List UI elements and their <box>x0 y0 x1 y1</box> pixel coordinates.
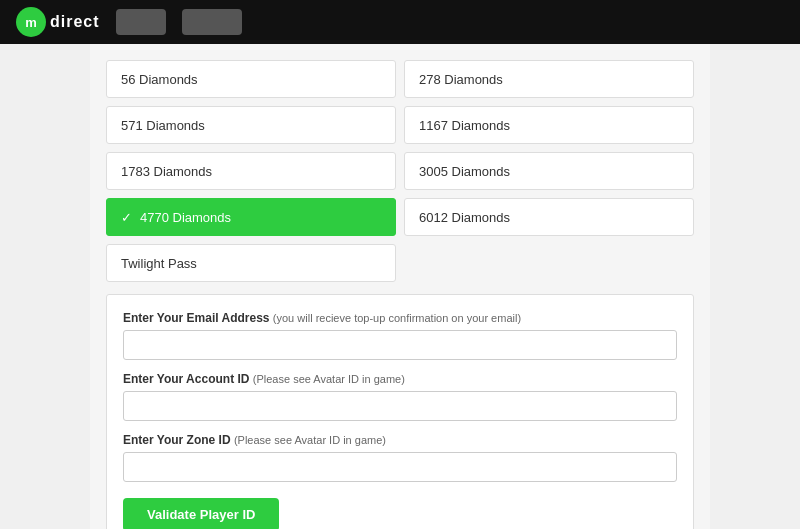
main-content: 56 Diamonds 278 Diamonds 571 Diamonds 11… <box>0 44 800 529</box>
logo-wordmark: direct <box>50 13 100 31</box>
diamond-option-6012[interactable]: 6012 Diamonds <box>404 198 694 236</box>
diamond-option-56-label: 56 Diamonds <box>121 72 198 87</box>
diamond-option-6012-label: 6012 Diamonds <box>419 210 510 225</box>
diamond-option-571-label: 571 Diamonds <box>121 118 205 133</box>
diamond-option-4770[interactable]: ✓ 4770 Diamonds <box>106 198 396 236</box>
diamond-option-1783-label: 1783 Diamonds <box>121 164 212 179</box>
email-group: Enter Your Email Address (you will recie… <box>123 311 677 360</box>
logo-letter: m <box>25 15 37 30</box>
email-note: (you will recieve top-up confirmation on… <box>273 312 521 324</box>
diamonds-grid-row2: 571 Diamonds 1167 Diamonds <box>106 106 694 144</box>
header: m direct <box>0 0 800 44</box>
account-id-note: (Please see Avatar ID in game) <box>253 373 405 385</box>
diamond-option-56[interactable]: 56 Diamonds <box>106 60 396 98</box>
email-label: Enter Your Email Address (you will recie… <box>123 311 677 325</box>
diamonds-grid-row4: ✓ 4770 Diamonds 6012 Diamonds <box>106 198 694 236</box>
header-button-2[interactable] <box>182 9 242 35</box>
diamonds-grid-top: 56 Diamonds 278 Diamonds <box>106 54 694 98</box>
zone-id-input[interactable] <box>123 452 677 482</box>
content-box: 56 Diamonds 278 Diamonds 571 Diamonds 11… <box>90 44 710 529</box>
account-id-label: Enter Your Account ID (Please see Avatar… <box>123 372 677 386</box>
diamond-option-1167-label: 1167 Diamonds <box>419 118 510 133</box>
zone-id-note: (Please see Avatar ID in game) <box>234 434 386 446</box>
checkmark-icon: ✓ <box>121 210 132 225</box>
diamond-option-1783[interactable]: 1783 Diamonds <box>106 152 396 190</box>
diamond-option-4770-label: 4770 Diamonds <box>140 210 231 225</box>
header-button-1[interactable] <box>116 9 166 35</box>
form-section: Enter Your Email Address (you will recie… <box>106 294 694 529</box>
diamond-option-1167[interactable]: 1167 Diamonds <box>404 106 694 144</box>
diamond-option-3005-label: 3005 Diamonds <box>419 164 510 179</box>
diamond-option-278[interactable]: 278 Diamonds <box>404 60 694 98</box>
diamond-option-twilight-label: Twilight Pass <box>121 256 197 271</box>
email-input[interactable] <box>123 330 677 360</box>
zone-id-label: Enter Your Zone ID (Please see Avatar ID… <box>123 433 677 447</box>
twilight-row: Twilight Pass <box>106 244 694 282</box>
diamond-option-3005[interactable]: 3005 Diamonds <box>404 152 694 190</box>
logo-circle: m <box>16 7 46 37</box>
diamond-option-571[interactable]: 571 Diamonds <box>106 106 396 144</box>
diamond-option-twilight[interactable]: Twilight Pass <box>106 244 396 282</box>
account-id-group: Enter Your Account ID (Please see Avatar… <box>123 372 677 421</box>
account-id-input[interactable] <box>123 391 677 421</box>
diamond-option-278-label: 278 Diamonds <box>419 72 503 87</box>
diamonds-grid-row3: 1783 Diamonds 3005 Diamonds <box>106 152 694 190</box>
validate-player-id-button[interactable]: Validate Player ID <box>123 498 279 529</box>
zone-id-group: Enter Your Zone ID (Please see Avatar ID… <box>123 433 677 482</box>
